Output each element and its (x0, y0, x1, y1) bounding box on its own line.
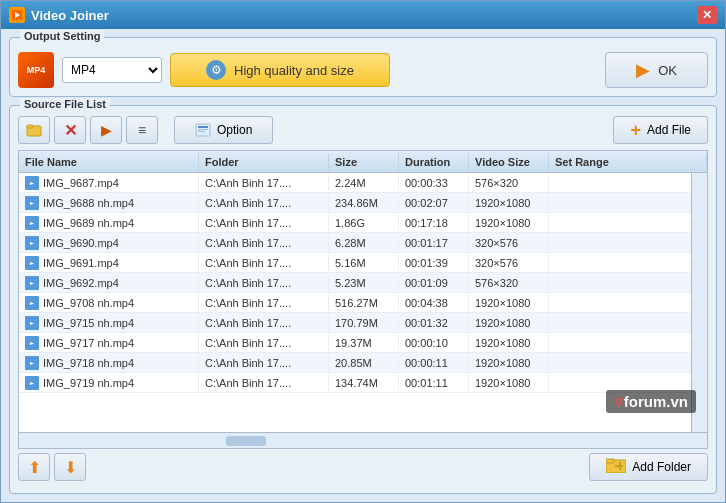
titlebar: Video Joiner ✕ (1, 1, 725, 29)
td-folder: C:\Anh Binh 17.... (199, 235, 329, 251)
file-icon (25, 376, 39, 390)
add-folder-label: Add Folder (632, 460, 691, 474)
td-videosize: 1920×1080 (469, 355, 549, 371)
svg-rect-31 (606, 459, 614, 463)
td-size: 19.37M (329, 335, 399, 351)
table-row[interactable]: IMG_9692.mp4 C:\Anh Binh 17.... 5.23M 00… (19, 273, 691, 293)
col-filename: File Name (19, 153, 199, 171)
down-arrow-icon: ⬇ (64, 458, 77, 477)
format-select[interactable]: MP4 AVI MKV MOV (62, 57, 162, 83)
output-row: MP4 MP4 AVI MKV MOV ⚙ High quality and s… (18, 48, 708, 88)
file-icon (25, 176, 39, 190)
table-row[interactable]: IMG_9708 nh.mp4 C:\Anh Binh 17.... 516.2… (19, 293, 691, 313)
td-videosize: 576×320 (469, 175, 549, 191)
ok-arrow-icon: ▶ (636, 59, 650, 81)
td-videosize: 1920×1080 (469, 335, 549, 351)
output-setting-title: Output Setting (20, 30, 104, 42)
file-icon (25, 196, 39, 210)
td-setrange (549, 241, 691, 245)
option-icon (195, 122, 211, 138)
table-wrapper: IMG_9687.mp4 C:\Anh Binh 17.... 2.24M 00… (19, 173, 707, 432)
td-videosize: 1920×1080 (469, 375, 549, 391)
gear-icon: ⚙ (206, 60, 226, 80)
td-folder: C:\Anh Binh 17.... (199, 375, 329, 391)
td-setrange (549, 261, 691, 265)
td-duration: 00:01:32 (399, 315, 469, 331)
td-setrange (549, 201, 691, 205)
td-videosize: 1920×1080 (469, 315, 549, 331)
file-icon (25, 216, 39, 230)
open-file-button[interactable] (18, 116, 50, 144)
play-button[interactable]: ▶ (90, 116, 122, 144)
file-icon (25, 356, 39, 370)
ok-button[interactable]: ▶ OK (605, 52, 708, 88)
reorder-button[interactable]: ≡ (126, 116, 158, 144)
td-setrange (549, 381, 691, 385)
watermark-v: V (614, 393, 624, 410)
close-button[interactable]: ✕ (697, 6, 717, 24)
file-icon (25, 336, 39, 350)
quality-button[interactable]: ⚙ High quality and size (170, 53, 390, 87)
table-row[interactable]: IMG_9718 nh.mp4 C:\Anh Binh 17.... 20.85… (19, 353, 691, 373)
table-row[interactable]: IMG_9689 nh.mp4 C:\Anh Binh 17.... 1.86G… (19, 213, 691, 233)
watermark: Vforum.vn (606, 390, 696, 413)
up-arrow-icon: ⬆ (28, 458, 41, 477)
add-file-label: Add File (647, 123, 691, 137)
bottom-bar: ⬆ ⬇ Add Folder (18, 449, 708, 485)
ok-label: OK (658, 63, 677, 78)
td-size: 134.74M (329, 375, 399, 391)
table-row[interactable]: IMG_9688 nh.mp4 C:\Anh Binh 17.... 234.8… (19, 193, 691, 213)
td-duration: 00:04:38 (399, 295, 469, 311)
td-size: 5.23M (329, 275, 399, 291)
td-videosize: 320×576 (469, 235, 549, 251)
table-row[interactable]: IMG_9717 nh.mp4 C:\Anh Binh 17.... 19.37… (19, 333, 691, 353)
td-filename: IMG_9717 nh.mp4 (19, 334, 199, 352)
td-setrange (549, 221, 691, 225)
table-row[interactable]: IMG_9690.mp4 C:\Anh Binh 17.... 6.28M 00… (19, 233, 691, 253)
td-folder: C:\Anh Binh 17.... (199, 215, 329, 231)
col-duration: Duration (399, 153, 469, 171)
table-row[interactable]: IMG_9691.mp4 C:\Anh Binh 17.... 5.16M 00… (19, 253, 691, 273)
svg-rect-7 (198, 131, 205, 132)
td-setrange (549, 361, 691, 365)
table-body[interactable]: IMG_9687.mp4 C:\Anh Binh 17.... 2.24M 00… (19, 173, 691, 432)
svg-rect-3 (27, 125, 33, 128)
td-size: 2.24M (329, 175, 399, 191)
td-folder: C:\Anh Binh 17.... (199, 175, 329, 191)
td-duration: 00:17:18 (399, 215, 469, 231)
td-duration: 00:00:33 (399, 175, 469, 191)
table-row[interactable]: IMG_9715 nh.mp4 C:\Anh Binh 17.... 170.7… (19, 313, 691, 333)
window-title: Video Joiner (31, 8, 109, 23)
file-table: File Name Folder Size Duration Video Siz… (18, 150, 708, 449)
td-size: 5.16M (329, 255, 399, 271)
td-filename: IMG_9687.mp4 (19, 174, 199, 192)
file-icon (25, 296, 39, 310)
option-button[interactable]: Option (174, 116, 273, 144)
add-file-button[interactable]: + Add File (613, 116, 708, 144)
table-row[interactable]: IMG_9719 nh.mp4 C:\Anh Binh 17.... 134.7… (19, 373, 691, 393)
td-filename: IMG_9718 nh.mp4 (19, 354, 199, 372)
td-setrange (549, 301, 691, 305)
file-icon (25, 256, 39, 270)
col-videosize: Video Size (469, 153, 549, 171)
move-down-button[interactable]: ⬇ (54, 453, 86, 481)
td-folder: C:\Anh Binh 17.... (199, 315, 329, 331)
delete-button[interactable]: ✕ (54, 116, 86, 144)
folder-icon (606, 457, 626, 477)
add-folder-button[interactable]: Add Folder (589, 453, 708, 481)
source-file-title: Source File List (20, 98, 110, 110)
td-size: 1.86G (329, 215, 399, 231)
table-row[interactable]: IMG_9687.mp4 C:\Anh Binh 17.... 2.24M 00… (19, 173, 691, 193)
td-duration: 00:02:07 (399, 195, 469, 211)
file-icon (25, 276, 39, 290)
td-folder: C:\Anh Binh 17.... (199, 355, 329, 371)
td-setrange (549, 321, 691, 325)
col-folder: Folder (199, 153, 329, 171)
app-icon (9, 7, 25, 23)
td-filename: IMG_9719 nh.mp4 (19, 374, 199, 392)
option-label: Option (217, 123, 252, 137)
horizontal-scrollbar[interactable] (19, 432, 707, 448)
move-up-button[interactable]: ⬆ (18, 453, 50, 481)
watermark-forum: forum.vn (624, 393, 688, 410)
td-duration: 00:00:11 (399, 355, 469, 371)
